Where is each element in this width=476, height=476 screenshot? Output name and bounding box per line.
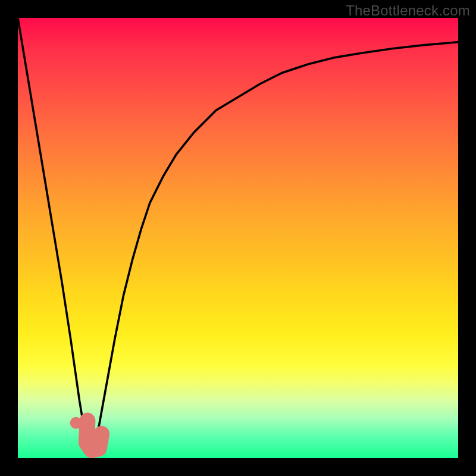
plot-area <box>18 18 458 458</box>
bottleneck-curve <box>18 18 458 454</box>
watermark-text: TheBottleneck.com <box>346 2 470 19</box>
j-marker-dot <box>70 417 82 429</box>
chart-svg <box>18 18 458 458</box>
chart-frame: TheBottleneck.com <box>0 0 476 476</box>
